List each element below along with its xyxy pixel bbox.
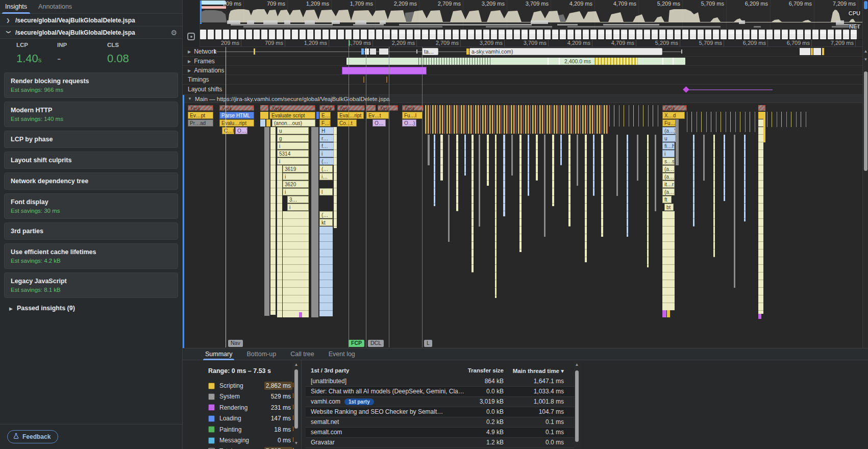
overview-settings-icon[interactable] xyxy=(187,33,195,40)
screenshot-frame[interactable] xyxy=(323,30,329,39)
scrollbar-thumb[interactable] xyxy=(575,370,579,442)
insight-card[interactable]: Layout shift culprits xyxy=(4,152,178,169)
screenshot-frame[interactable] xyxy=(300,30,306,39)
flame-bar[interactable] xyxy=(601,135,603,237)
flame-bar[interactable]: f… xyxy=(319,142,334,149)
screenshot-frame[interactable] xyxy=(560,30,566,39)
flame-bar[interactable]: r… xyxy=(319,135,334,142)
flame-bar[interactable] xyxy=(637,135,638,181)
flame-bar[interactable] xyxy=(758,119,763,127)
screenshot-frame[interactable] xyxy=(414,30,420,39)
screenshot-frame[interactable] xyxy=(338,30,344,39)
scroll-up-icon[interactable]: ▲ xyxy=(863,49,868,54)
screenshot-frame[interactable] xyxy=(361,30,367,39)
table-header-party[interactable]: 1st / 3rd party xyxy=(311,367,349,376)
tab-annotations[interactable]: Annotations xyxy=(38,0,72,14)
flame-bar[interactable]: kt xyxy=(319,219,333,226)
scroll-down-icon[interactable]: ▼ xyxy=(863,57,868,62)
flame-bar[interactable] xyxy=(758,112,763,119)
insight-card[interactable]: Legacy JavaScriptEst savings: 8.1 kB xyxy=(4,272,178,298)
main-thread-track-header[interactable]: ▼ Main — https://jira-sky.vamhi.com/secu… xyxy=(183,95,862,103)
screenshot-frame[interactable] xyxy=(728,30,734,39)
screenshot-frame[interactable] xyxy=(675,30,681,39)
flame-bar[interactable] xyxy=(487,135,489,186)
settings-gear-icon[interactable]: ⚙ xyxy=(170,29,177,37)
screenshot-frame[interactable] xyxy=(613,30,619,39)
flame-bar[interactable] xyxy=(456,135,458,211)
screenshot-frame[interactable] xyxy=(621,30,627,39)
flame-bar[interactable]: O… xyxy=(373,119,386,127)
track-label[interactable]: Layout shifts xyxy=(188,86,222,93)
screenshot-frame[interactable] xyxy=(453,30,459,39)
scroll-up-icon[interactable]: ▲ xyxy=(293,362,299,367)
flame-bar[interactable] xyxy=(260,105,268,111)
screenshot-frame[interactable] xyxy=(476,30,482,39)
flame-bar[interactable]: l xyxy=(319,188,333,195)
flame-bar[interactable]: X…d xyxy=(662,112,685,119)
screenshot-frame[interactable] xyxy=(652,30,658,39)
flame-bar[interactable]: Eval…ript xyxy=(337,112,364,119)
flame-bar[interactable]: 5314 xyxy=(277,150,309,157)
flame-bar[interactable]: (a…) xyxy=(662,173,675,180)
scroll-down-icon[interactable]: ▼ xyxy=(293,441,299,445)
flame-bar[interactable] xyxy=(536,135,538,181)
screenshot-frame[interactable] xyxy=(659,30,665,39)
screenshot-frame[interactable] xyxy=(812,30,819,39)
flame-bar[interactable] xyxy=(568,135,571,227)
screenshot-frame[interactable] xyxy=(544,30,551,39)
flame-bar[interactable]: Pr…ad xyxy=(188,119,213,127)
screenshot-frame[interactable] xyxy=(422,30,428,39)
flame-bar[interactable] xyxy=(519,135,522,252)
flame-bar[interactable] xyxy=(560,135,562,165)
flame-bar[interactable] xyxy=(703,135,705,181)
tab-event-log[interactable]: Event log xyxy=(329,348,355,360)
screenshot-frame[interactable] xyxy=(782,30,788,39)
flame-bar[interactable]: i xyxy=(277,142,309,149)
flame-bar[interactable]: (… xyxy=(319,158,334,165)
flame-bar[interactable] xyxy=(647,135,649,267)
screenshot-frame[interactable] xyxy=(399,30,405,39)
screenshot-frame[interactable] xyxy=(766,30,773,39)
flame-bar[interactable] xyxy=(464,135,466,176)
flame-bar[interactable]: Task xyxy=(219,105,254,111)
screenshot-frame[interactable] xyxy=(690,30,696,39)
screenshot-frame[interactable] xyxy=(835,30,841,39)
flame-bar[interactable] xyxy=(724,135,725,201)
flame-bar[interactable] xyxy=(260,112,268,119)
flame-bar[interactable]: (… xyxy=(319,165,333,172)
flame-bar[interactable]: (a…) xyxy=(662,188,675,195)
screenshot-frame[interactable] xyxy=(537,30,543,39)
flame-bar[interactable]: i xyxy=(277,158,309,165)
screenshot-frame[interactable] xyxy=(667,30,673,39)
track-label[interactable]: ▶Network xyxy=(188,48,216,55)
flame-bar[interactable]: Co…t xyxy=(337,119,357,127)
screenshot-frame[interactable] xyxy=(307,30,313,39)
flame-bar[interactable] xyxy=(734,135,735,288)
screenshot-frame[interactable] xyxy=(231,30,237,39)
flame-bar[interactable]: Ev…t xyxy=(366,112,389,119)
insight-set-row[interactable]: ❯/secure/global/VeajBulkGlobalDelete.jsp… xyxy=(0,27,182,39)
flame-bar[interactable]: Evalu…ript xyxy=(219,119,254,127)
insight-card[interactable]: Network dependency tree xyxy=(4,172,178,190)
screenshot-frame[interactable] xyxy=(529,30,535,39)
flame-bar[interactable]: C…t xyxy=(222,127,234,134)
flame-bar[interactable] xyxy=(277,165,282,317)
flame-bar[interactable] xyxy=(758,127,763,314)
animation-bar[interactable] xyxy=(342,67,427,74)
network-request-short[interactable]: ta… xyxy=(422,48,438,55)
track-label[interactable]: ▶Frames xyxy=(188,58,215,65)
screenshot-frame[interactable] xyxy=(820,30,826,39)
flame-bar[interactable] xyxy=(440,135,443,181)
screenshot-frame[interactable] xyxy=(215,30,221,39)
screenshot-frame[interactable] xyxy=(254,30,260,39)
screenshot-frame[interactable] xyxy=(552,30,558,39)
flame-bar[interactable] xyxy=(713,135,715,257)
screenshot-frame[interactable] xyxy=(713,30,719,39)
flame-bar[interactable] xyxy=(316,112,319,119)
table-header-mainthread[interactable]: Main thread time ▾ xyxy=(503,367,564,376)
flame-bar[interactable] xyxy=(544,135,545,237)
flame-bar[interactable] xyxy=(334,127,337,228)
flame-bar[interactable] xyxy=(693,135,695,227)
flame-bar[interactable]: u xyxy=(662,135,676,142)
flame-bar[interactable]: i xyxy=(283,173,309,180)
